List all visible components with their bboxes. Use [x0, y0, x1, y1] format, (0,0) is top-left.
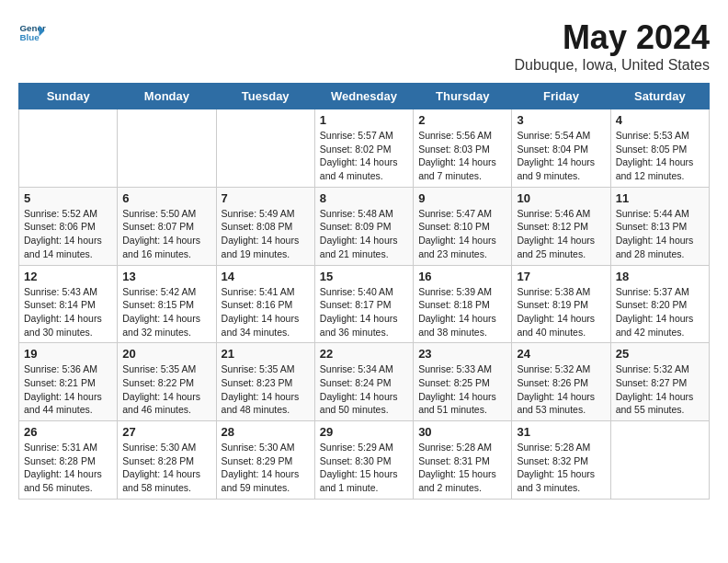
- day-number: 23: [418, 347, 506, 361]
- day-info: Sunrise: 5:48 AM Sunset: 8:09 PM Dayligh…: [320, 207, 408, 261]
- day-number: 29: [320, 425, 408, 439]
- weekday-header-monday: Monday: [118, 84, 216, 109]
- day-info: Sunrise: 5:44 AM Sunset: 8:13 PM Dayligh…: [616, 207, 704, 261]
- calendar-day-13: 13Sunrise: 5:42 AM Sunset: 8:15 PM Dayli…: [118, 265, 216, 343]
- day-number: 3: [517, 113, 605, 127]
- day-info: Sunrise: 5:47 AM Sunset: 8:10 PM Dayligh…: [418, 207, 506, 261]
- day-info: Sunrise: 5:49 AM Sunset: 8:08 PM Dayligh…: [222, 207, 310, 261]
- day-number: 21: [222, 347, 310, 361]
- calendar-day-30: 30Sunrise: 5:28 AM Sunset: 8:31 PM Dayli…: [414, 421, 512, 500]
- day-number: 2: [418, 113, 506, 127]
- day-info: Sunrise: 5:43 AM Sunset: 8:14 PM Dayligh…: [24, 285, 112, 339]
- empty-day-cell: [610, 421, 709, 500]
- day-info: Sunrise: 5:32 AM Sunset: 8:27 PM Dayligh…: [616, 362, 704, 417]
- day-number: 6: [122, 191, 210, 205]
- calendar-day-7: 7Sunrise: 5:49 AM Sunset: 8:08 PM Daylig…: [216, 187, 314, 265]
- day-info: Sunrise: 5:37 AM Sunset: 8:20 PM Dayligh…: [616, 285, 704, 339]
- day-number: 14: [222, 270, 310, 283]
- day-info: Sunrise: 5:50 AM Sunset: 8:07 PM Dayligh…: [122, 207, 210, 261]
- day-info: Sunrise: 5:42 AM Sunset: 8:15 PM Dayligh…: [122, 285, 210, 339]
- calendar-day-2: 2Sunrise: 5:56 AM Sunset: 8:03 PM Daylig…: [414, 109, 512, 188]
- day-info: Sunrise: 5:53 AM Sunset: 8:05 PM Dayligh…: [616, 129, 704, 183]
- day-number: 18: [616, 270, 704, 283]
- day-number: 12: [24, 270, 112, 283]
- day-number: 10: [517, 191, 605, 205]
- day-number: 26: [24, 425, 112, 439]
- subtitle: Dubuque, Iowa, United States: [514, 57, 710, 74]
- calendar-day-19: 19Sunrise: 5:36 AM Sunset: 8:21 PM Dayli…: [19, 343, 118, 421]
- calendar-day-28: 28Sunrise: 5:30 AM Sunset: 8:29 PM Dayli…: [216, 421, 314, 500]
- calendar-day-29: 29Sunrise: 5:29 AM Sunset: 8:30 PM Dayli…: [314, 421, 413, 500]
- calendar-day-10: 10Sunrise: 5:46 AM Sunset: 8:12 PM Dayli…: [512, 187, 610, 265]
- calendar-week-row: 5Sunrise: 5:52 AM Sunset: 8:06 PM Daylig…: [19, 187, 710, 265]
- calendar-day-27: 27Sunrise: 5:30 AM Sunset: 8:28 PM Dayli…: [118, 421, 216, 500]
- calendar-week-row: 12Sunrise: 5:43 AM Sunset: 8:14 PM Dayli…: [19, 265, 710, 343]
- day-info: Sunrise: 5:33 AM Sunset: 8:25 PM Dayligh…: [418, 362, 506, 417]
- calendar-day-15: 15Sunrise: 5:40 AM Sunset: 8:17 PM Dayli…: [314, 265, 413, 343]
- calendar-day-11: 11Sunrise: 5:44 AM Sunset: 8:13 PM Dayli…: [610, 187, 709, 265]
- calendar-day-5: 5Sunrise: 5:52 AM Sunset: 8:06 PM Daylig…: [19, 187, 118, 265]
- weekday-header-friday: Friday: [512, 84, 610, 109]
- weekday-header-wednesday: Wednesday: [314, 84, 413, 109]
- calendar-day-21: 21Sunrise: 5:35 AM Sunset: 8:23 PM Dayli…: [216, 343, 314, 421]
- day-number: 1: [320, 113, 408, 127]
- day-info: Sunrise: 5:36 AM Sunset: 8:21 PM Dayligh…: [24, 362, 112, 417]
- calendar-day-31: 31Sunrise: 5:28 AM Sunset: 8:32 PM Dayli…: [512, 421, 610, 500]
- main-title: May 2024: [514, 18, 710, 57]
- weekday-header-tuesday: Tuesday: [216, 84, 314, 109]
- day-number: 11: [616, 191, 704, 205]
- calendar-day-23: 23Sunrise: 5:33 AM Sunset: 8:25 PM Dayli…: [414, 343, 512, 421]
- logo: General Blue: [18, 18, 46, 46]
- day-number: 20: [122, 347, 210, 361]
- day-info: Sunrise: 5:30 AM Sunset: 8:29 PM Dayligh…: [222, 441, 310, 495]
- calendar-day-25: 25Sunrise: 5:32 AM Sunset: 8:27 PM Dayli…: [610, 343, 709, 421]
- day-number: 13: [122, 270, 210, 283]
- day-number: 28: [222, 425, 310, 439]
- empty-day-cell: [118, 109, 216, 188]
- day-number: 27: [122, 425, 210, 439]
- weekday-header-saturday: Saturday: [610, 84, 709, 109]
- day-number: 7: [222, 191, 310, 205]
- day-number: 5: [24, 191, 112, 205]
- calendar-day-20: 20Sunrise: 5:35 AM Sunset: 8:22 PM Dayli…: [118, 343, 216, 421]
- calendar-day-3: 3Sunrise: 5:54 AM Sunset: 8:04 PM Daylig…: [512, 109, 610, 188]
- calendar-day-16: 16Sunrise: 5:39 AM Sunset: 8:18 PM Dayli…: [414, 265, 512, 343]
- svg-text:Blue: Blue: [20, 32, 40, 42]
- logo-icon: General Blue: [18, 18, 46, 46]
- day-info: Sunrise: 5:54 AM Sunset: 8:04 PM Dayligh…: [517, 129, 605, 183]
- day-info: Sunrise: 5:57 AM Sunset: 8:02 PM Dayligh…: [320, 129, 408, 183]
- weekday-header-row: SundayMondayTuesdayWednesdayThursdayFrid…: [19, 84, 710, 109]
- day-number: 15: [320, 270, 408, 283]
- day-info: Sunrise: 5:32 AM Sunset: 8:26 PM Dayligh…: [517, 362, 605, 417]
- calendar-day-8: 8Sunrise: 5:48 AM Sunset: 8:09 PM Daylig…: [314, 187, 413, 265]
- calendar-day-14: 14Sunrise: 5:41 AM Sunset: 8:16 PM Dayli…: [216, 265, 314, 343]
- day-info: Sunrise: 5:35 AM Sunset: 8:23 PM Dayligh…: [222, 362, 310, 417]
- calendar-day-6: 6Sunrise: 5:50 AM Sunset: 8:07 PM Daylig…: [118, 187, 216, 265]
- day-number: 25: [616, 347, 704, 361]
- calendar-day-26: 26Sunrise: 5:31 AM Sunset: 8:28 PM Dayli…: [19, 421, 118, 500]
- day-info: Sunrise: 5:30 AM Sunset: 8:28 PM Dayligh…: [122, 441, 210, 495]
- day-number: 9: [418, 191, 506, 205]
- calendar-week-row: 1Sunrise: 5:57 AM Sunset: 8:02 PM Daylig…: [19, 109, 710, 188]
- calendar-day-4: 4Sunrise: 5:53 AM Sunset: 8:05 PM Daylig…: [610, 109, 709, 188]
- day-number: 4: [616, 113, 704, 127]
- empty-day-cell: [216, 109, 314, 188]
- calendar-day-18: 18Sunrise: 5:37 AM Sunset: 8:20 PM Dayli…: [610, 265, 709, 343]
- day-info: Sunrise: 5:34 AM Sunset: 8:24 PM Dayligh…: [320, 362, 408, 417]
- day-number: 17: [517, 270, 605, 283]
- empty-day-cell: [19, 109, 118, 188]
- day-number: 16: [418, 270, 506, 283]
- day-info: Sunrise: 5:28 AM Sunset: 8:31 PM Dayligh…: [418, 441, 506, 495]
- day-number: 24: [517, 347, 605, 361]
- calendar-week-row: 19Sunrise: 5:36 AM Sunset: 8:21 PM Dayli…: [19, 343, 710, 421]
- day-number: 30: [418, 425, 506, 439]
- title-area: May 2024 Dubuque, Iowa, United States: [514, 18, 710, 74]
- calendar-day-17: 17Sunrise: 5:38 AM Sunset: 8:19 PM Dayli…: [512, 265, 610, 343]
- day-number: 8: [320, 191, 408, 205]
- day-info: Sunrise: 5:39 AM Sunset: 8:18 PM Dayligh…: [418, 285, 506, 339]
- day-number: 31: [517, 425, 605, 439]
- day-info: Sunrise: 5:52 AM Sunset: 8:06 PM Dayligh…: [24, 207, 112, 261]
- day-info: Sunrise: 5:31 AM Sunset: 8:28 PM Dayligh…: [24, 441, 112, 495]
- page-header: General Blue May 2024 Dubuque, Iowa, Uni…: [18, 18, 710, 74]
- day-number: 22: [320, 347, 408, 361]
